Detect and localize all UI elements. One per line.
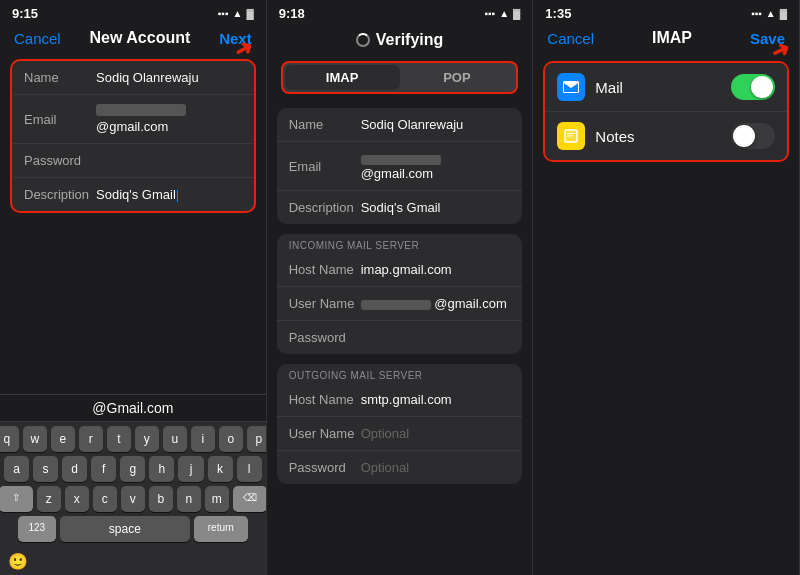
label-password: Password [24, 153, 96, 168]
value-description[interactable]: Sodiq's Gmail [96, 187, 242, 202]
keyboard: @Gmail.com q w e r t y u i o p a s d f g [0, 394, 266, 575]
mail-toggle-label: Mail [595, 79, 731, 96]
emoji-icon[interactable]: 🙂 [8, 552, 28, 571]
mail-toggle-switch[interactable] [731, 74, 775, 100]
key-s[interactable]: s [33, 456, 58, 482]
form-row-email: Email @gmail.com [12, 95, 254, 144]
key-nums[interactable]: 123 [18, 516, 56, 542]
form-row-password: Password [12, 144, 254, 178]
new-account-form: Name Sodiq Olanrewaju Email @gmail.com P… [10, 59, 256, 213]
label-username-in: User Name [289, 296, 361, 311]
status-icons-2: ▪▪▪ ▲ ▓ [485, 8, 521, 19]
v-value-email: @gmail.com [361, 151, 511, 181]
key-u[interactable]: u [163, 426, 187, 452]
v-row-desc: Description Sodiq's Gmail [277, 191, 523, 224]
panel-verifying: 9:18 ▪▪▪ ▲ ▓ Verifying IMAP POP Name Sod… [267, 0, 534, 575]
loading-spinner [356, 33, 370, 47]
outgoing-header: OUTGOING MAIL SERVER [277, 364, 523, 383]
incoming-hostname: Host Name imap.gmail.com [277, 253, 523, 287]
key-row-2: a s d f g h j k l [4, 456, 262, 482]
label-hostname-in: Host Name [289, 262, 361, 277]
signal-icon: ▪▪▪ [218, 8, 229, 19]
key-t[interactable]: t [107, 426, 131, 452]
v-row-email: Email @gmail.com [277, 142, 523, 191]
v-row-name: Name Sodiq Olanrewaju [277, 108, 523, 142]
battery-icon-2: ▓ [513, 8, 520, 19]
key-return[interactable]: return [194, 516, 248, 542]
key-r[interactable]: r [79, 426, 103, 452]
status-bar-3: 1:35 ▪▪▪ ▲ ▓ [533, 0, 799, 25]
keyboard-rows: q w e r t y u i o p a s d f g h j k l [0, 422, 266, 548]
notes-toggle-row: Notes [545, 112, 787, 160]
nav-title-1: New Account [90, 29, 191, 47]
key-shift[interactable]: ⇧ [0, 486, 33, 512]
key-j[interactable]: j [178, 456, 203, 482]
label-email: Email [24, 112, 96, 127]
key-row-4: 123 space return [4, 516, 262, 542]
key-c[interactable]: c [93, 486, 117, 512]
form-row-name: Name Sodiq Olanrewaju [12, 61, 254, 95]
key-o[interactable]: o [219, 426, 243, 452]
battery-icon: ▓ [246, 8, 253, 19]
mail-app-icon [557, 73, 585, 101]
key-k[interactable]: k [208, 456, 233, 482]
time-1: 9:15 [12, 6, 38, 21]
mail-notes-section: Mail Notes [543, 61, 789, 162]
value-hostname-in: imap.gmail.com [361, 262, 511, 277]
status-bar-1: 9:15 ▪▪▪ ▲ ▓ [0, 0, 266, 25]
signal-icon-2: ▪▪▪ [485, 8, 496, 19]
key-f[interactable]: f [91, 456, 116, 482]
tab-pop[interactable]: POP [400, 65, 515, 90]
key-d[interactable]: d [62, 456, 87, 482]
key-w[interactable]: w [23, 426, 47, 452]
key-m[interactable]: m [205, 486, 229, 512]
suggestion-text: @Gmail.com [92, 400, 173, 416]
mail-toggle-row: Mail [545, 63, 787, 112]
key-l[interactable]: l [237, 456, 262, 482]
value-username-in: @gmail.com [361, 296, 511, 311]
label-name: Name [24, 70, 96, 85]
outgoing-hostname: Host Name smtp.gmail.com [277, 383, 523, 417]
value-email[interactable]: @gmail.com [96, 104, 242, 134]
v-label-desc: Description [289, 200, 361, 215]
panel-imap: 1:35 ▪▪▪ ▲ ▓ Cancel IMAP Save ➜ Mail [533, 0, 800, 575]
value-password-out: Optional [361, 460, 511, 475]
tab-imap[interactable]: IMAP [285, 65, 400, 90]
key-p[interactable]: p [247, 426, 267, 452]
key-h[interactable]: h [149, 456, 174, 482]
nav-bar-3: Cancel IMAP Save [533, 25, 799, 55]
cancel-button-3[interactable]: Cancel [547, 30, 594, 47]
time-3: 1:35 [545, 6, 571, 21]
incoming-mail-section: INCOMING MAIL SERVER Host Name imap.gmai… [277, 234, 523, 354]
wifi-icon-2: ▲ [499, 8, 509, 19]
emoji-bar: 🙂 [0, 548, 266, 575]
key-g[interactable]: g [120, 456, 145, 482]
status-icons-3: ▪▪▪ ▲ ▓ [751, 8, 787, 19]
notes-toggle-switch[interactable] [731, 123, 775, 149]
cancel-button-1[interactable]: Cancel [14, 30, 61, 47]
wifi-icon: ▲ [232, 8, 242, 19]
key-q[interactable]: q [0, 426, 19, 452]
key-x[interactable]: x [65, 486, 89, 512]
panel-new-account: 9:15 ▪▪▪ ▲ ▓ Cancel New Account Next ➜ N… [0, 0, 267, 575]
value-name[interactable]: Sodiq Olanrewaju [96, 70, 242, 85]
value-username-out: Optional [361, 426, 511, 441]
keyboard-suggestion[interactable]: @Gmail.com [0, 394, 266, 422]
key-row-1: q w e r t y u i o p [4, 426, 262, 452]
key-b[interactable]: b [149, 486, 173, 512]
incoming-password: Password [277, 321, 523, 354]
v-value-name: Sodiq Olanrewaju [361, 117, 511, 132]
key-a[interactable]: a [4, 456, 29, 482]
key-delete[interactable]: ⌫ [233, 486, 267, 512]
key-space[interactable]: space [60, 516, 190, 542]
status-icons-1: ▪▪▪ ▲ ▓ [218, 8, 254, 19]
key-e[interactable]: e [51, 426, 75, 452]
status-bar-2: 9:18 ▪▪▪ ▲ ▓ [267, 0, 533, 25]
key-n[interactable]: n [177, 486, 201, 512]
key-y[interactable]: y [135, 426, 159, 452]
key-z[interactable]: z [37, 486, 61, 512]
verifying-header: Verifying [267, 25, 533, 57]
key-i[interactable]: i [191, 426, 215, 452]
key-v[interactable]: v [121, 486, 145, 512]
imap-pop-selector: IMAP POP [281, 61, 519, 94]
